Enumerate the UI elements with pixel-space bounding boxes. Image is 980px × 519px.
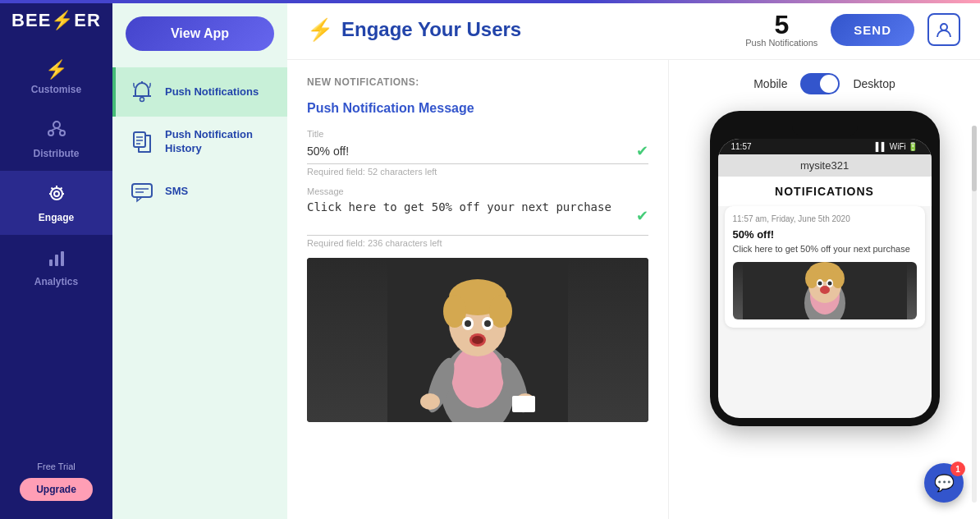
svg-point-1 [48, 131, 53, 135]
sidebar-item-engage[interactable]: Engage [0, 171, 112, 235]
svg-point-51 [831, 269, 845, 288]
svg-point-50 [805, 269, 818, 288]
logo-accent: ⚡ [51, 10, 74, 30]
svg-point-56 [820, 286, 830, 294]
sidebar-item-distribute[interactable]: Distribute [0, 107, 112, 171]
svg-point-2 [60, 131, 65, 135]
svg-point-39 [472, 336, 483, 344]
svg-point-0 [53, 122, 60, 128]
phone-signals: ▌▌ WiFi 🔋 [876, 142, 918, 151]
header-right: 5 Push Notifications SEND [745, 11, 960, 48]
desktop-label: Desktop [853, 77, 895, 90]
svg-point-36 [465, 320, 471, 327]
push-notifications-icon [129, 79, 155, 105]
sidebar-bottom: Free Trial Upgrade [20, 462, 93, 509]
distribute-icon [46, 118, 67, 145]
chat-badge: 1 [950, 462, 965, 476]
svg-point-37 [484, 320, 491, 327]
sidebar-item-analytics[interactable]: Analytics [0, 235, 112, 299]
svg-point-43 [420, 393, 440, 410]
svg-point-6 [54, 191, 59, 196]
sub-sidebar: View App Push Notifications [112, 0, 287, 519]
svg-line-3 [51, 128, 57, 131]
svg-line-10 [51, 188, 53, 190]
header-title-block: ⚡ Engage Your Users [307, 17, 735, 43]
preview-scrollbar[interactable] [972, 126, 977, 503]
notification-title: 50% off! [733, 228, 917, 241]
scrollbar-thumb [972, 126, 977, 191]
svg-point-16 [140, 98, 144, 102]
svg-rect-13 [55, 255, 58, 266]
notification-image [307, 258, 648, 422]
sidebar-item-customise[interactable]: ⚡ Customise [0, 48, 112, 107]
title-field-label: Title [307, 129, 648, 139]
title-field-hint: Required field: 52 characters left [307, 167, 648, 177]
phone-site-name: mysite321 [718, 154, 932, 177]
sidebar-item-label-distribute: Distribute [33, 148, 79, 159]
new-notifications-label: NEW NOTIFICATIONS: [307, 76, 648, 88]
title-input[interactable] [307, 145, 630, 158]
subnav-sms-label: SMS [165, 185, 188, 199]
engage-icon [46, 182, 67, 209]
chat-bubble-button[interactable]: 💬 1 [924, 463, 964, 503]
main-sidebar: BEE⚡ER ⚡ Customise Distribute [0, 0, 112, 519]
image-preview [307, 258, 648, 422]
analytics-icon [46, 246, 67, 273]
svg-rect-14 [61, 251, 64, 266]
form-panel: NEW NOTIFICATIONS: Push Notification Mes… [287, 60, 668, 519]
sidebar-item-label-customise: Customise [31, 84, 81, 95]
customise-icon: ⚡ [45, 59, 67, 80]
svg-point-25 [941, 24, 947, 30]
message-input[interactable]: Click here to get 50% off your next purc… [307, 200, 630, 232]
message-field-row: Click here to get 50% off your next purc… [307, 200, 648, 236]
mobile-desktop-switch[interactable] [800, 73, 840, 94]
profile-button[interactable] [927, 13, 960, 46]
phone-status-bar: 11:57 ▌▌ WiFi 🔋 [718, 139, 932, 154]
message-field-hint: Required field: 236 characters left [307, 238, 648, 248]
phone-screen: 11:57 ▌▌ WiFi 🔋 mysite321 NOTIFICATIONS … [718, 139, 932, 418]
message-field-label: Message [307, 186, 648, 196]
phone-mockup: 11:57 ▌▌ WiFi 🔋 mysite321 NOTIFICATIONS … [710, 111, 940, 426]
phone-notifications-header: NOTIFICATIONS [718, 177, 932, 206]
svg-point-54 [817, 282, 822, 286]
sidebar-item-label-analytics: Analytics [34, 276, 78, 287]
svg-rect-12 [49, 260, 53, 266]
view-app-button[interactable]: View App [126, 16, 274, 51]
message-check-icon: ✔ [636, 207, 648, 225]
child-photo-svg [387, 258, 568, 422]
push-history-icon [129, 129, 155, 155]
svg-point-5 [51, 188, 62, 200]
main-header: ⚡ Engage Your Users 5 Push Notifications… [287, 0, 980, 60]
free-trial-label: Free Trial [37, 462, 75, 471]
logo: BEE⚡ER [11, 10, 101, 31]
main-body: NEW NOTIFICATIONS: Push Notification Mes… [287, 60, 980, 519]
title-check-icon: ✔ [636, 142, 648, 160]
notification-body: Click here to get 50% off your next purc… [733, 243, 917, 255]
page-title: Engage Your Users [341, 18, 521, 41]
notification-img-svg [733, 262, 917, 319]
svg-line-11 [60, 188, 62, 190]
svg-line-4 [57, 128, 62, 131]
subnav-push-notification-history[interactable]: Push Notification History [112, 117, 287, 168]
notification-image-thumb [733, 262, 917, 319]
subnav-push-history-label: Push Notification History [165, 128, 274, 156]
upgrade-button[interactable]: Upgrade [20, 478, 93, 501]
phone-time: 11:57 [731, 142, 752, 151]
subnav-push-notifications[interactable]: Push Notifications [112, 67, 287, 117]
title-field-group: Title ✔ Required field: 52 characters le… [307, 129, 648, 177]
notification-time: 11:57 am, Friday, June 5th 2020 [733, 214, 917, 223]
message-field-group: Message Click here to get 50% off your n… [307, 186, 648, 248]
push-count-block: 5 Push Notifications [745, 11, 817, 48]
push-count-label: Push Notifications [745, 38, 817, 48]
mobile-desktop-toggle: Mobile Desktop [685, 73, 964, 94]
preview-panel: Mobile Desktop 11:57 ▌▌ WiFi 🔋 mysite321… [668, 60, 980, 519]
send-button[interactable]: SEND [831, 14, 914, 46]
form-section-title: Push Notification Message [307, 101, 648, 116]
mobile-label: Mobile [753, 77, 787, 90]
svg-rect-22 [132, 184, 152, 197]
subnav-push-notifications-label: Push Notifications [165, 85, 259, 99]
title-field-row: ✔ [307, 142, 648, 164]
phone-notch [792, 119, 858, 135]
subnav-sms[interactable]: SMS [112, 168, 287, 217]
main-content: ⚡ Engage Your Users 5 Push Notifications… [287, 0, 980, 519]
